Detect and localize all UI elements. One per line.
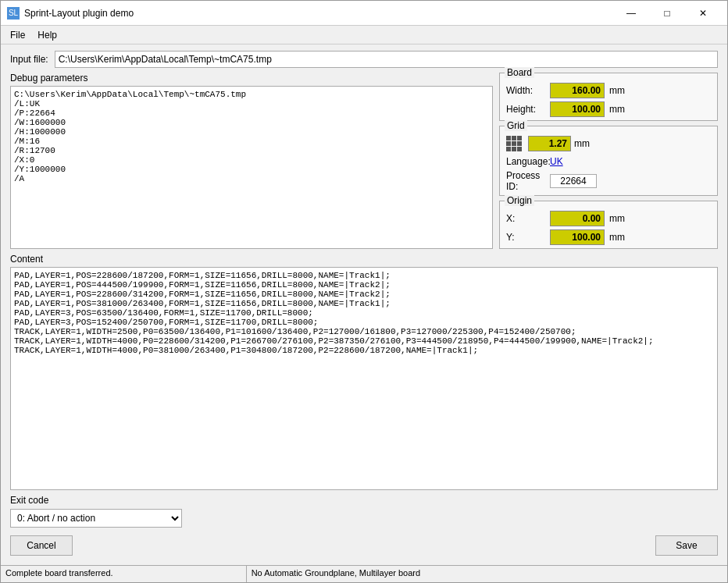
origin-x-input[interactable] <box>550 211 605 226</box>
status-right: No Automatic Groundplane, Multilayer boa… <box>247 566 727 582</box>
board-height-unit: mm <box>609 104 625 115</box>
exit-code-label: Exit code <box>10 495 718 506</box>
board-height-input[interactable] <box>550 101 605 117</box>
origin-title: Origin <box>505 195 534 206</box>
minimize-button[interactable]: — <box>613 1 649 26</box>
board-width-unit: mm <box>609 85 625 96</box>
grid-icon <box>506 136 522 151</box>
process-id-row: Process ID: 22664 <box>506 170 711 192</box>
button-row: Cancel Save <box>10 532 718 559</box>
grid-value-input[interactable] <box>528 136 571 151</box>
origin-y-label: Y: <box>506 232 545 243</box>
grid-unit: mm <box>574 138 590 149</box>
exit-code-section: Exit code 0: Abort / no action <box>10 495 718 528</box>
menu-bar: File Help <box>1 26 727 44</box>
board-title: Board <box>505 67 534 78</box>
menu-help[interactable]: Help <box>31 28 63 42</box>
board-width-row: Width: mm <box>506 83 711 98</box>
origin-x-row: X: mm <box>506 211 711 226</box>
board-height-label: Height: <box>506 104 545 115</box>
menu-file[interactable]: File <box>4 28 31 42</box>
grid-title: Grid <box>505 120 527 131</box>
window-title: Sprint-Layout plugin demo <box>24 8 613 19</box>
debug-textarea[interactable] <box>10 86 493 249</box>
origin-y-unit: mm <box>609 232 625 243</box>
origin-x-label: X: <box>506 213 545 224</box>
cancel-button[interactable]: Cancel <box>10 535 73 556</box>
origin-panel: Origin X: mm Y: mm <box>499 201 718 249</box>
status-bar: Complete board transferred. No Automatic… <box>1 565 727 582</box>
grid-panel: Grid mm Language: UK <box>499 126 718 196</box>
board-width-input[interactable] <box>550 83 605 98</box>
debug-panel: Debug parameters <box>10 73 493 249</box>
content-title: Content <box>10 254 718 265</box>
status-left: Complete board transferred. <box>1 566 247 582</box>
window-controls: — □ ✕ <box>613 1 721 26</box>
content-area: PAD,LAYER=1,POS=228600/187200,FORM=1,SIZ… <box>10 267 718 490</box>
input-file-field[interactable] <box>55 51 718 68</box>
maximize-button[interactable]: □ <box>649 1 685 26</box>
save-button[interactable]: Save <box>655 535 718 556</box>
main-window: SL Sprint-Layout plugin demo — □ ✕ File … <box>0 0 728 583</box>
main-content: Input file: Debug parameters Board Width… <box>1 44 727 565</box>
origin-x-unit: mm <box>609 213 625 224</box>
debug-title: Debug parameters <box>10 73 493 84</box>
middle-section: Debug parameters Board Width: mm Height: <box>10 73 718 249</box>
process-id-label: Process ID: <box>506 170 545 192</box>
language-label: Language: <box>506 156 545 167</box>
language-row: Language: UK <box>506 156 711 167</box>
origin-y-row: Y: mm <box>506 229 711 245</box>
close-button[interactable]: ✕ <box>685 1 721 26</box>
language-value: UK <box>550 156 563 167</box>
grid-value-row: mm <box>506 136 711 151</box>
input-file-label: Input file: <box>10 54 48 65</box>
exit-code-dropdown[interactable]: 0: Abort / no action <box>10 509 182 528</box>
board-width-label: Width: <box>506 85 545 96</box>
origin-y-input[interactable] <box>550 229 605 245</box>
right-panels: Board Width: mm Height: mm Grid <box>499 73 718 249</box>
board-panel: Board Width: mm Height: mm <box>499 73 718 121</box>
process-id-value: 22664 <box>550 174 597 188</box>
board-height-row: Height: mm <box>506 101 711 117</box>
app-icon: SL <box>7 7 20 20</box>
title-bar: SL Sprint-Layout plugin demo — □ ✕ <box>1 1 727 26</box>
content-section: Content PAD,LAYER=1,POS=228600/187200,FO… <box>10 254 718 490</box>
input-file-row: Input file: <box>10 51 718 68</box>
